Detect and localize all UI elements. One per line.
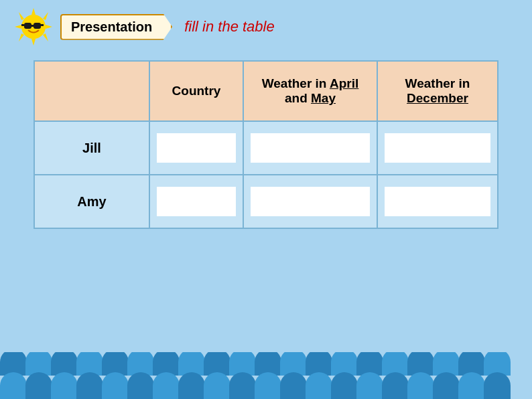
col-header-empty [34, 61, 149, 121]
name-cell-jill: Jill [34, 121, 149, 175]
amy-december-cell [377, 175, 498, 228]
jill-country-input[interactable] [157, 133, 236, 163]
main-table-container: Country Weather in April and May Weather… [34, 60, 498, 229]
jill-april-may-cell [243, 121, 377, 175]
fill-table: Country Weather in April and May Weather… [34, 60, 498, 229]
svg-marker-2 [15, 25, 21, 29]
table-header-row: Country Weather in April and May Weather… [34, 61, 498, 121]
amy-december-input[interactable] [385, 187, 490, 216]
svg-marker-4 [19, 12, 24, 20]
amy-country-cell [149, 175, 243, 228]
table-row-jill: Jill [34, 121, 498, 175]
wave-decoration [0, 352, 532, 399]
page-header: Presentation fill in the table [0, 0, 532, 54]
svg-rect-11 [31, 25, 34, 27]
amy-april-may-input[interactable] [251, 187, 370, 216]
svg-marker-1 [31, 39, 36, 46]
table-row-amy: Amy [34, 175, 498, 228]
svg-marker-3 [46, 25, 52, 29]
badge-label: Presentation [71, 19, 152, 34]
jill-december-input[interactable] [385, 133, 490, 163]
svg-marker-6 [19, 33, 24, 42]
svg-rect-9 [24, 23, 31, 29]
amy-april-may-cell [243, 175, 377, 228]
jill-december-cell [377, 121, 498, 175]
jill-april-may-input[interactable] [251, 133, 370, 163]
svg-marker-0 [31, 8, 36, 15]
svg-marker-5 [43, 12, 48, 20]
page-subtitle: fill in the table [184, 18, 275, 35]
svg-rect-13 [41, 24, 44, 26]
col-header-december: Weather in December [377, 61, 498, 121]
col-header-country: Country [149, 61, 243, 121]
jill-country-cell [149, 121, 243, 175]
sun-icon [13, 7, 54, 47]
col-header-april-may: Weather in April and May [243, 61, 377, 121]
svg-rect-12 [21, 24, 24, 26]
name-cell-amy: Amy [34, 175, 149, 228]
wave-row-bottom [0, 372, 532, 399]
amy-country-input[interactable] [157, 187, 236, 216]
presentation-badge: Presentation [60, 14, 172, 40]
svg-rect-10 [34, 23, 41, 29]
svg-marker-7 [43, 33, 48, 42]
